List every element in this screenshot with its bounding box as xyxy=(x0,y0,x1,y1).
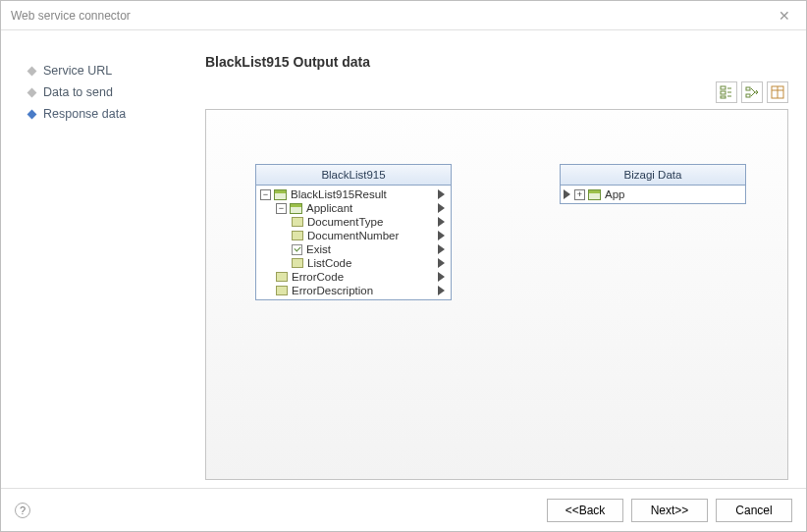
output-port-icon[interactable] xyxy=(439,204,445,212)
auto-map-button[interactable] xyxy=(741,81,763,103)
mapping-canvas[interactable]: BlackList915 − BlackList915Result − Appl… xyxy=(205,109,788,480)
tree-label: ErrorCode xyxy=(292,271,433,283)
tree-label: BlackList915Result xyxy=(291,188,433,200)
tree-row[interactable]: DocumentNumber xyxy=(256,229,451,242)
tree-label: ListCode xyxy=(307,257,433,269)
svg-rect-4 xyxy=(746,94,750,97)
svg-rect-0 xyxy=(721,86,726,89)
diamond-icon xyxy=(27,109,37,119)
output-port-icon[interactable] xyxy=(439,232,445,239)
titlebar: Web service connector ✕ xyxy=(1,1,806,30)
back-button[interactable]: <<Back xyxy=(547,499,623,522)
output-port-icon[interactable] xyxy=(439,245,445,253)
expand-icon[interactable]: + xyxy=(574,189,585,200)
source-block[interactable]: BlackList915 − BlackList915Result − Appl… xyxy=(255,164,452,300)
target-block[interactable]: Bizagi Data + App xyxy=(560,164,746,204)
layout-icon xyxy=(771,85,784,99)
next-button[interactable]: Next>> xyxy=(631,499,708,522)
boolean-icon xyxy=(292,244,302,255)
expand-all-button[interactable] xyxy=(716,81,737,103)
field-icon xyxy=(292,258,303,268)
window-title: Web service connector xyxy=(11,9,131,23)
sidebar-item-data-to-send[interactable]: Data to send xyxy=(28,81,180,103)
tree-label: DocumentType xyxy=(307,216,433,228)
collapse-icon[interactable]: − xyxy=(260,189,271,200)
sidebar-item-service-url[interactable]: Service URL xyxy=(28,60,180,81)
output-port-icon[interactable] xyxy=(439,190,445,198)
table-icon xyxy=(274,189,287,200)
source-tree: − BlackList915Result − Applicant xyxy=(256,186,451,299)
diamond-icon xyxy=(27,66,37,76)
table-icon xyxy=(290,203,302,214)
sidebar-item-label: Service URL xyxy=(43,64,112,78)
sidebar: Service URL Data to send Response data xyxy=(1,30,188,488)
tree-row[interactable]: + App xyxy=(561,187,745,201)
help-icon[interactable]: ? xyxy=(15,503,30,518)
field-icon xyxy=(292,217,303,227)
target-tree: + App xyxy=(561,186,745,203)
cancel-button[interactable]: Cancel xyxy=(716,499,792,522)
collapse-icon[interactable]: − xyxy=(276,203,287,214)
auto-map-icon xyxy=(745,85,759,99)
tree-row[interactable]: Exist xyxy=(256,242,451,256)
diamond-icon xyxy=(27,87,37,97)
output-port-icon[interactable] xyxy=(439,259,445,267)
svg-rect-3 xyxy=(746,87,750,90)
tree-row[interactable]: − Applicant xyxy=(256,201,451,215)
tree-label: Exist xyxy=(306,243,433,255)
tree-label: Applicant xyxy=(306,202,433,214)
svg-rect-1 xyxy=(721,91,726,94)
tree-label: DocumentNumber xyxy=(307,230,433,241)
dialog-footer: ? <<Back Next>> Cancel xyxy=(1,488,806,531)
output-port-icon[interactable] xyxy=(439,287,445,294)
field-icon xyxy=(292,231,303,240)
tree-row[interactable]: ErrorCode xyxy=(256,270,451,284)
tree-row[interactable]: DocumentType xyxy=(256,215,451,229)
tree-row[interactable]: ErrorDescription xyxy=(256,284,451,297)
close-icon[interactable]: ✕ xyxy=(773,6,796,26)
field-icon xyxy=(276,286,288,295)
sidebar-item-label: Response data xyxy=(43,107,126,121)
table-icon xyxy=(588,189,601,200)
svg-rect-2 xyxy=(721,96,726,98)
output-port-icon[interactable] xyxy=(439,218,445,226)
tree-row[interactable]: ListCode xyxy=(256,256,451,270)
dialog-body: Service URL Data to send Response data B… xyxy=(1,30,806,488)
sidebar-item-response-data[interactable]: Response data xyxy=(28,103,180,125)
target-block-title: Bizagi Data xyxy=(561,165,745,186)
expand-tree-icon xyxy=(720,85,733,99)
layout-button[interactable] xyxy=(767,81,788,103)
main-panel: BlackList915 Output data xyxy=(188,30,806,488)
tree-row[interactable]: − BlackList915Result xyxy=(256,187,451,201)
canvas-toolbar xyxy=(205,81,788,103)
input-port-icon[interactable] xyxy=(565,190,570,198)
tree-label: App xyxy=(605,188,741,200)
source-block-title: BlackList915 xyxy=(256,165,451,186)
output-port-icon[interactable] xyxy=(439,273,445,281)
sidebar-item-label: Data to send xyxy=(43,85,113,99)
page-title: BlackList915 Output data xyxy=(205,54,788,70)
dialog-window: Web service connector ✕ Service URL Data… xyxy=(0,0,807,532)
tree-label: ErrorDescription xyxy=(292,285,433,296)
field-icon xyxy=(276,272,288,282)
